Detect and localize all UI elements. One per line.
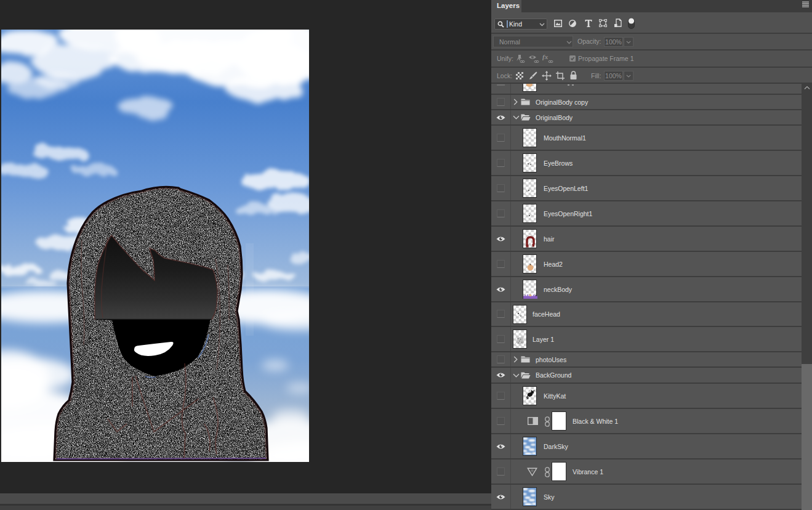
svg-text:fx: fx xyxy=(542,54,549,60)
